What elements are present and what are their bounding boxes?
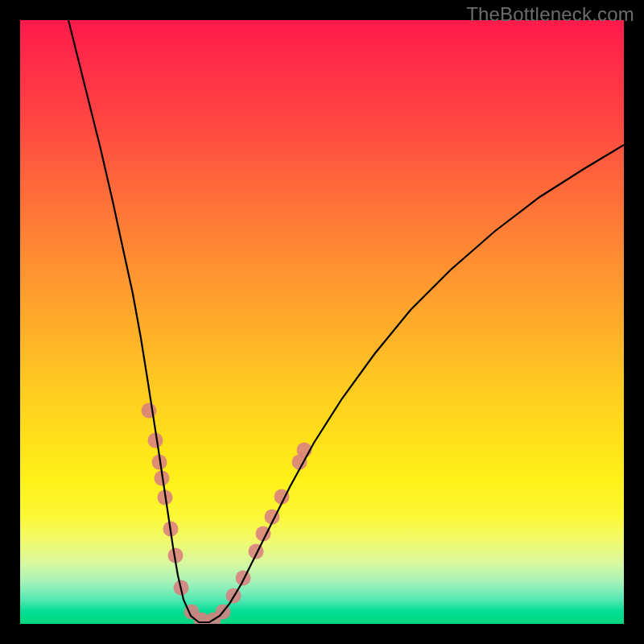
watermark-text: TheBottleneck.com — [466, 3, 634, 26]
plot-area — [20, 20, 624, 624]
markers-group — [142, 403, 312, 625]
chart-frame: TheBottleneck.com — [0, 0, 644, 644]
marker-dot — [249, 544, 264, 559]
marker-dot — [236, 571, 251, 586]
bottleneck-curve-path — [68, 20, 624, 622]
curve-svg — [20, 20, 624, 624]
marker-dot — [142, 403, 157, 419]
